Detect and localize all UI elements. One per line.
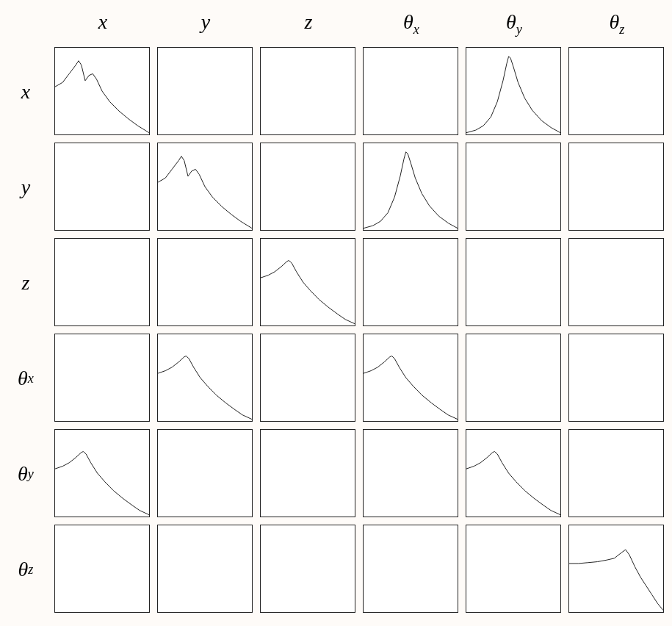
cell-z-θy: [463, 235, 566, 331]
cell-panel: [466, 525, 561, 613]
cell-y-θz: [566, 140, 668, 235]
curve: [55, 48, 149, 134]
col-label-z: z: [257, 0, 360, 44]
cell-panel: [157, 47, 253, 135]
cell-panel: [157, 525, 253, 613]
cell-x-z: [257, 44, 360, 140]
row-labels: x y z θx θy θz: [0, 44, 51, 617]
col-label-theta-x: θx: [360, 0, 463, 44]
curve: [364, 334, 458, 421]
cell-panel: [363, 143, 458, 231]
cell-θx-z: [257, 331, 360, 426]
row-label-theta-z: θz: [0, 522, 51, 617]
cell-panel: [466, 238, 561, 326]
cell-x-θz: [566, 44, 668, 140]
cell-θy-z: [257, 426, 360, 522]
cell-θx-θz: [566, 331, 668, 426]
cell-panel: [466, 429, 561, 517]
cell-panel: [466, 47, 561, 135]
cell-θz-x: [51, 522, 154, 617]
row-label-y: y: [0, 140, 51, 235]
cell-y-z: [257, 140, 360, 235]
cell-panel: [54, 47, 150, 135]
cell-y-y: [154, 140, 257, 235]
row-label-theta-x: θx: [0, 331, 51, 426]
cell-θz-θy: [463, 522, 566, 617]
curve: [261, 239, 355, 325]
cell-panel: [260, 525, 355, 613]
cell-panel: [363, 429, 458, 517]
cell-panel: [157, 143, 253, 231]
curve: [158, 334, 252, 421]
curve: [55, 430, 149, 517]
col-label-x: x: [51, 0, 154, 44]
cell-panel: [157, 334, 253, 422]
cell-y-x: [51, 140, 154, 235]
plot-grid: [51, 44, 668, 617]
cell-z-θz: [566, 235, 668, 331]
cell-panel: [157, 429, 253, 517]
cell-panel: [54, 143, 150, 231]
curve: [569, 525, 663, 612]
cell-θy-θz: [566, 426, 668, 522]
cell-panel: [260, 334, 355, 422]
col-label-theta-z: θz: [566, 0, 668, 44]
cell-panel: [466, 143, 561, 231]
cell-panel: [363, 334, 458, 422]
cell-panel: [568, 47, 664, 135]
cell-x-x: [51, 44, 154, 140]
cell-panel: [363, 238, 458, 326]
cell-panel: [466, 334, 561, 422]
cell-panel: [568, 334, 664, 422]
cell-x-θy: [463, 44, 566, 140]
cell-panel: [157, 238, 253, 326]
cell-y-θy: [463, 140, 566, 235]
cell-z-z: [257, 235, 360, 331]
cell-panel: [260, 238, 355, 326]
cell-θy-θy: [463, 426, 566, 522]
cell-z-y: [154, 235, 257, 331]
curve: [466, 48, 560, 134]
cell-z-x: [51, 235, 154, 331]
cell-panel: [568, 429, 664, 517]
cell-panel: [568, 525, 664, 613]
cell-θx-y: [154, 331, 257, 426]
cell-y-θx: [360, 140, 463, 235]
cell-panel: [568, 238, 664, 326]
cell-panel: [54, 525, 150, 613]
column-labels: x y z θx θy θz: [51, 0, 668, 44]
row-label-x: x: [0, 44, 51, 140]
curve: [158, 143, 252, 230]
spectra-matrix: x y z θx θy θz x y z θx θy θz: [0, 0, 672, 626]
col-label-y: y: [154, 0, 257, 44]
cell-panel: [568, 143, 664, 231]
cell-panel: [363, 525, 458, 613]
cell-z-θx: [360, 235, 463, 331]
cell-panel: [54, 429, 150, 517]
cell-x-θx: [360, 44, 463, 140]
cell-panel: [363, 47, 458, 135]
cell-panel: [260, 143, 355, 231]
cell-θz-θx: [360, 522, 463, 617]
cell-θx-θx: [360, 331, 463, 426]
cell-θx-x: [51, 331, 154, 426]
row-label-z: z: [0, 235, 51, 331]
cell-θz-z: [257, 522, 360, 617]
cell-θy-y: [154, 426, 257, 522]
cell-panel: [54, 334, 150, 422]
cell-θy-θx: [360, 426, 463, 522]
cell-panel: [260, 429, 355, 517]
curve: [364, 143, 458, 230]
col-label-theta-y: θy: [463, 0, 566, 44]
cell-panel: [260, 47, 355, 135]
cell-θy-x: [51, 426, 154, 522]
cell-θx-θy: [463, 331, 566, 426]
row-label-theta-y: θy: [0, 426, 51, 522]
cell-panel: [54, 238, 150, 326]
cell-θz-y: [154, 522, 257, 617]
cell-x-y: [154, 44, 257, 140]
curve: [466, 430, 560, 517]
cell-θz-θz: [566, 522, 668, 617]
